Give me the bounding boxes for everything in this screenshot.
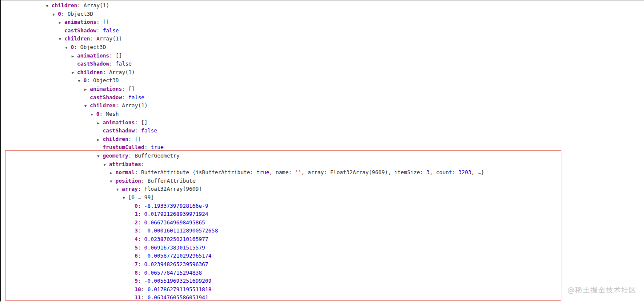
tree-row[interactable]: 5: 0.06916738301515579 <box>0 244 644 252</box>
collapse-arrow-icon[interactable]: ▼ <box>65 44 71 52</box>
tree-row[interactable]: ▼[0 … 99] <box>0 193 644 202</box>
tree-row[interactable]: 3: -0.00016011128900572658 <box>0 227 644 235</box>
token-value: 3203 <box>458 169 471 175</box>
token-plain: : <box>77 2 83 9</box>
token-plain: BufferAttribute {isBufferAttribute: <box>141 169 256 175</box>
collapse-arrow-icon[interactable]: ▼ <box>110 178 115 186</box>
token-value: 0.06673649698495865 <box>144 219 205 226</box>
token-key: castShadow <box>103 127 135 134</box>
collapse-arrow-icon[interactable]: ▼ <box>84 102 90 111</box>
token-value: -0.005877210292965174 <box>144 252 212 259</box>
tree-row[interactable]: 2: 0.06673649698495865 <box>0 218 644 227</box>
tree-row[interactable]: ▼children: Array(1) <box>0 68 644 77</box>
expand-arrow-icon[interactable]: ▶ <box>84 86 90 94</box>
tree-row[interactable]: ▶animations: [] <box>0 118 644 127</box>
tree-row[interactable]: castShadow: false <box>0 26 644 35</box>
token-key: frustumCulled <box>103 144 144 150</box>
panel-top-border <box>0 0 644 1</box>
token-plain: BufferAttribute <box>147 178 196 184</box>
token-key: children <box>103 136 128 142</box>
tree-row[interactable]: ▼attributes: <box>0 160 644 169</box>
collapse-arrow-icon[interactable]: ▼ <box>52 11 58 19</box>
tree-row[interactable]: 9: -0.005519693251699209 <box>0 277 644 285</box>
token-key: geometry <box>103 152 128 159</box>
tree-row[interactable]: 0: -8.19337397928166e-9 <box>0 202 644 210</box>
collapse-arrow-icon[interactable]: ▼ <box>97 152 103 161</box>
token-plain: , name: <box>269 169 295 175</box>
expand-arrow-icon[interactable]: ▶ <box>110 169 115 178</box>
tree-row[interactable]: 11: 0.06347605586051941 <box>0 293 644 302</box>
tree-row[interactable]: 4: 0.023870250210165977 <box>0 235 644 244</box>
token-plain: : <box>128 136 135 142</box>
tree-row[interactable]: ▼0: Object3D <box>0 10 644 18</box>
collapse-arrow-icon[interactable]: ▼ <box>78 77 83 86</box>
tree-row[interactable]: ▼geometry: BufferGeometry <box>0 152 644 160</box>
tree-row[interactable]: ▶children: [] <box>0 135 644 143</box>
expand-arrow-icon[interactable]: ▶ <box>59 19 64 27</box>
token-plain: : <box>135 127 141 134</box>
token-value: false <box>103 27 119 34</box>
token-plain: , array: Float32Array(9609), itemSize: <box>302 169 427 175</box>
tree-row[interactable]: ▶animations: [] <box>0 85 644 93</box>
tree-row[interactable]: ▼children: Array(1) <box>0 1 644 10</box>
tree-row[interactable]: ▶animations: [] <box>0 52 644 60</box>
tree-row[interactable]: ▼children: Array(1) <box>0 34 644 43</box>
token-key: animations <box>77 52 109 59</box>
token-value: 3 <box>426 169 430 175</box>
collapse-arrow-icon[interactable]: ▼ <box>116 186 122 194</box>
token-key: 0 <box>96 111 100 117</box>
token-plain: Object3D <box>93 77 119 83</box>
token-value: false <box>115 60 132 67</box>
token-key: 2 <box>135 219 138 226</box>
token-plain: : <box>61 11 68 17</box>
token-plain: : <box>103 69 109 75</box>
token-plain: : <box>144 144 151 150</box>
tree-row[interactable]: ▼0: Object3D <box>0 43 644 52</box>
tree-row[interactable]: ▼0: Mesh <box>0 110 644 118</box>
token-value: -8.19337397928166e-9 <box>144 203 209 209</box>
tree-row[interactable]: ▼children: Array(1) <box>0 101 644 110</box>
token-key: children <box>77 69 103 75</box>
tree-row[interactable]: 8: 0.0657784715294838 <box>0 269 644 277</box>
token-plain: [] <box>141 119 147 126</box>
tree-row[interactable]: castShadow: false <box>0 93 644 102</box>
collapse-arrow-icon[interactable]: ▼ <box>72 69 77 77</box>
token-plain: : <box>138 219 144 226</box>
token-key: children <box>64 35 90 42</box>
tree-row[interactable]: ▼position: BufferAttribute <box>0 177 644 185</box>
tree-row[interactable]: ▼0: Object3D <box>0 76 644 85</box>
token-plain: : <box>128 152 135 159</box>
token-key: 7 <box>135 261 138 267</box>
tree-row[interactable]: 7: 0.023948265239596367 <box>0 260 644 269</box>
collapse-arrow-icon[interactable]: ▼ <box>59 35 64 44</box>
token-plain: BufferGeometry <box>135 152 179 159</box>
token-plain: Array(1) <box>109 69 135 75</box>
token-plain: : <box>96 19 103 25</box>
collapse-arrow-icon[interactable]: ▼ <box>46 2 52 11</box>
collapse-arrow-icon[interactable]: ▼ <box>91 111 96 119</box>
token-key: castShadow <box>90 94 122 100</box>
collapse-arrow-icon[interactable]: ▼ <box>123 194 128 203</box>
tree-row[interactable]: 1: 0.017921268939971924 <box>0 210 644 218</box>
tree-row[interactable]: 10: 0.017862791195511818 <box>0 285 644 294</box>
tree-row[interactable]: frustumCulled: true <box>0 143 644 152</box>
token-plain: [] <box>103 19 109 25</box>
tree-row[interactable]: castShadow: false <box>0 126 644 135</box>
token-plain: : <box>96 27 103 34</box>
tree-row[interactable]: castShadow: false <box>0 60 644 68</box>
token-value: true <box>151 144 164 150</box>
tree-row[interactable]: 6: -0.005877210292965174 <box>0 252 644 260</box>
tree-row[interactable]: ▼array: Float32Array(9609) <box>0 185 644 193</box>
token-plain: : <box>138 236 144 242</box>
token-plain: Array(1) <box>83 2 109 9</box>
token-key: 0 <box>58 11 61 17</box>
tree-row[interactable]: ▶animations: [] <box>0 18 644 26</box>
tree-row[interactable]: ▶normal: BufferAttribute {isBufferAttrib… <box>0 168 644 177</box>
collapse-arrow-icon[interactable]: ▼ <box>104 161 109 169</box>
token-plain: : <box>138 278 144 284</box>
token-key: 5 <box>135 244 138 251</box>
token-plain: : <box>138 261 144 267</box>
token-plain: : <box>135 169 141 175</box>
token-plain: : <box>141 178 147 184</box>
token-value: 0.017921268939971924 <box>144 211 209 217</box>
